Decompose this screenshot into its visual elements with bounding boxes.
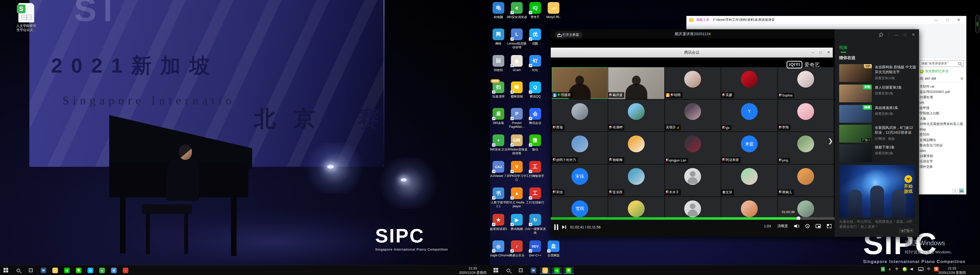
desktop-icon-百度网盘[interactable]: 盘↗百度网盘 bbox=[542, 240, 565, 258]
recommend-thumbnail[interactable] bbox=[839, 144, 872, 162]
close-button[interactable]: ✕ bbox=[953, 16, 964, 24]
player-maximize-button[interactable]: □ bbox=[904, 33, 906, 37]
record-gif-icon[interactable] bbox=[805, 224, 810, 228]
ad-label[interactable]: 广告 × bbox=[861, 138, 871, 142]
file-list-item[interactable]: 意写作 bbox=[919, 132, 966, 137]
next-episode-button[interactable] bbox=[562, 225, 566, 229]
volume-icon[interactable] bbox=[794, 224, 799, 228]
file-list-item[interactable]: 19夏李权 bbox=[919, 153, 966, 159]
pause-button[interactable] bbox=[554, 224, 558, 230]
desktop-icon-腾讯QQ[interactable]: Q↗腾讯QQ bbox=[524, 82, 546, 98]
taskbar-app-file-explorer[interactable]: 📁 bbox=[50, 267, 60, 274]
piano-leg bbox=[120, 196, 126, 253]
player-close-button[interactable]: ✕ bbox=[912, 32, 915, 37]
file-list-item[interactable]: 学院收入分配 bbox=[919, 111, 966, 116]
edge-slider-widget[interactable] bbox=[975, 15, 979, 33]
maximize-button[interactable]: □ bbox=[942, 16, 953, 24]
usb-tray-icon[interactable]: ⇅ bbox=[881, 267, 885, 272]
quality-button[interactable]: 清晰度 bbox=[777, 224, 788, 228]
explorer-titlebar[interactable]: 视频工具 F:\Work\学科工作\资料\资料\各类讲座录音 bbox=[687, 16, 966, 24]
clock-right[interactable]: 21:33 2020/12/24 星期四 bbox=[936, 266, 968, 275]
file-list-item[interactable]: 20年北京高校优秀本科育人团... bbox=[919, 121, 966, 126]
progress-bar[interactable]: 01:02:39 bbox=[551, 217, 835, 220]
taskbar-app-wechat[interactable]: 微 bbox=[73, 267, 84, 274]
desktop-icon-微信[interactable]: 微↗微信 bbox=[524, 134, 546, 152]
video-content-area[interactable]: 腾讯会议 – □ ✕ 范丽君戴庆厦朝雨吴媛Sophia晁瑞花溪畔吴垠莎Yyjx李… bbox=[551, 38, 835, 220]
touch-keyboard-icon[interactable] bbox=[918, 267, 923, 271]
file-list-item[interactable]: iting bbox=[919, 126, 966, 132]
start-game-button[interactable]: 开始游戏 bbox=[904, 175, 913, 194]
thumbnail-view-button[interactable] bbox=[959, 189, 964, 193]
recommend-item[interactable]: 自制唐人街探案第1集观看至第1集 bbox=[839, 85, 916, 103]
taskbar-app-netease-music[interactable]: ♪ bbox=[121, 267, 130, 274]
taskbar-app-iqiyi[interactable]: iQ bbox=[62, 267, 72, 274]
recommend-thumbnail[interactable]: VIP bbox=[839, 64, 872, 82]
volume-tray-icon[interactable] bbox=[911, 267, 915, 271]
game-ad-banner[interactable]: 开始游戏 bbox=[839, 165, 915, 218]
search-icon[interactable] bbox=[958, 62, 961, 65]
pin-icon[interactable] bbox=[879, 33, 883, 37]
minimize-button[interactable]: — bbox=[931, 16, 942, 24]
file-list-item[interactable]: ork bbox=[919, 100, 966, 105]
desktop-icon-钉钉[interactable]: 钉↗钉钉 bbox=[524, 55, 546, 72]
tab-video[interactable]: 视频 bbox=[839, 45, 847, 51]
list-view-button[interactable]: ≣ bbox=[953, 189, 957, 193]
recommend-item[interactable]: VIP名侦探柯南 剧场版 中文版 异次元的狙击手观看至第18集 bbox=[839, 64, 916, 82]
start-button-left[interactable] bbox=[3, 268, 8, 272]
taskbar-app-chrome[interactable]: ◎ bbox=[109, 267, 119, 274]
wifi-icon[interactable] bbox=[894, 267, 899, 271]
taskbar-app-file-explorer[interactable]: 📁 bbox=[540, 267, 550, 274]
file-list-item[interactable]: otos bbox=[919, 148, 966, 153]
recommend-item[interactable]: 狼殿下第1集观看至第1集 bbox=[839, 144, 916, 163]
explorer-ribbon-tab-video-tools[interactable]: 视频工具 bbox=[696, 17, 710, 22]
taskbar-app-qq[interactable]: Q bbox=[85, 267, 95, 274]
desktop-icon-thesis-spreadsheet[interactable]: S 人文学院研究 生学位论文... bbox=[7, 3, 45, 32]
desktop-icon-工行网银助手[interactable]: 工↗工行网银助手 bbox=[524, 161, 546, 178]
desktop-icon-小白一键重装系统[interactable]: ↻↗小白一键重装系统 bbox=[524, 214, 546, 235]
recommend-thumbnail[interactable]: 广告 × bbox=[839, 125, 872, 142]
clock-left[interactable]: 21:33 2020/12/24 星期四 bbox=[458, 266, 487, 275]
player-topbar[interactable]: 戴庆厦讲座20201124 bbox=[551, 29, 835, 38]
recommend-thumbnail[interactable]: 自制 bbox=[839, 85, 872, 102]
recommend-item[interactable]: 广告 ×全新国风武侠，6门派12职业，12月24日登录送高...37网游 · 懿… bbox=[839, 125, 916, 143]
desktop-icon-工行在线银行[interactable]: 工↗工行在线银行 bbox=[524, 187, 546, 204]
task-view-button-right[interactable] bbox=[515, 267, 526, 274]
taskbar-app-360-browser[interactable]: e bbox=[97, 267, 107, 274]
search-button-left[interactable] bbox=[13, 267, 24, 274]
explorer-search-box[interactable] bbox=[920, 60, 964, 67]
mic-muted-icon bbox=[609, 93, 611, 97]
desktop-icon-优酷[interactable]: 优↗优酷 bbox=[524, 28, 546, 46]
desktop-icon-Mixly0.99..[interactable]: 📁Mixly0.99.. bbox=[542, 2, 565, 19]
file-list-item[interactable]: 论语言学 bbox=[919, 159, 966, 164]
open-main-ui-pill[interactable]: 打开主界面 bbox=[555, 31, 583, 38]
ime-indicator[interactable]: 中 bbox=[927, 267, 931, 272]
desktop-icon-腾讯会议[interactable]: 会↗腾讯会议 bbox=[524, 108, 546, 125]
search-input[interactable] bbox=[920, 62, 958, 65]
recommend-item[interactable]: 独播真凶难逃第1集观看至第1集 bbox=[839, 105, 916, 123]
file-list-item[interactable]: 言规划概论 bbox=[919, 137, 966, 142]
mini-player-icon[interactable] bbox=[816, 224, 821, 228]
taskbar-app-iqiyi[interactable]: iQ bbox=[552, 267, 562, 274]
file-list-item[interactable]: 鲁吉亚实习协议 bbox=[919, 142, 966, 148]
ad-label[interactable]: ⊕广告 × bbox=[899, 228, 914, 233]
fullscreen-icon[interactable] bbox=[827, 224, 832, 228]
file-list-item[interactable]: 大版 bbox=[919, 116, 966, 121]
file-list-item[interactable]: 改申报 bbox=[919, 105, 966, 111]
recommend-thumbnail[interactable]: 独播 bbox=[839, 105, 872, 123]
task-view-button-left[interactable] bbox=[25, 267, 36, 274]
taskbar-app-wechat[interactable]: 微 bbox=[563, 267, 574, 274]
taskbar-app-word[interactable]: W bbox=[38, 267, 48, 274]
file-list-item[interactable]: 20夏杜青 bbox=[919, 95, 966, 100]
next-page-arrow[interactable]: ❯ bbox=[828, 137, 833, 144]
file-list-item[interactable]: 境外交换 bbox=[919, 164, 966, 169]
speed-button[interactable]: 1.0X bbox=[764, 224, 771, 228]
hidden-icons-chevron[interactable]: ∧ bbox=[888, 267, 891, 271]
start-button-right[interactable] bbox=[493, 268, 498, 272]
gear-icon[interactable]: ⚙ bbox=[960, 76, 964, 81]
search-button-right[interactable] bbox=[503, 267, 514, 274]
360-tray-icon[interactable] bbox=[903, 267, 907, 272]
file-list-item[interactable]: 关软件.rar bbox=[919, 84, 966, 89]
player-minimize-button[interactable]: — bbox=[894, 33, 898, 37]
file-list-item[interactable]: 皇乐理20200807.pdf bbox=[919, 89, 966, 95]
taskbar-app-word[interactable]: W bbox=[528, 267, 538, 274]
